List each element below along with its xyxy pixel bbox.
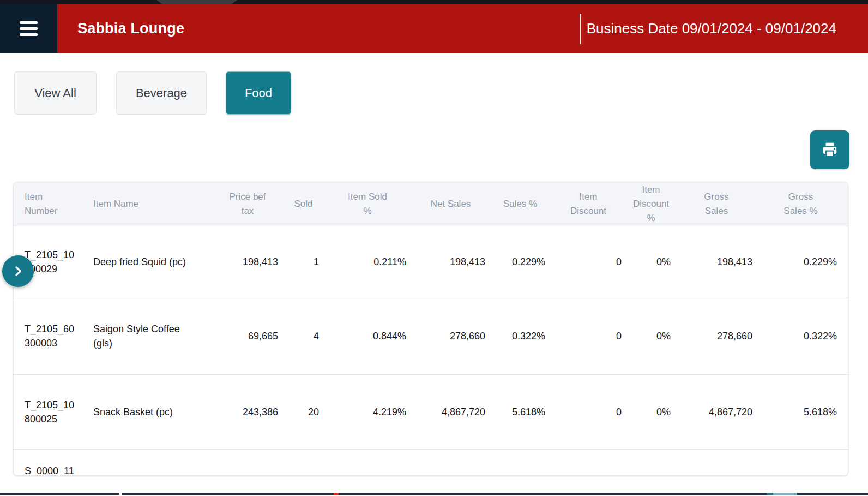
items-table-card: Item Number Item Name Price bef tax Sold… bbox=[13, 182, 848, 476]
column-header-net-sales[interactable]: Net Sales bbox=[415, 182, 494, 226]
cell-sales-pct: 0.229% bbox=[494, 226, 554, 298]
items-table: Item Number Item Name Price bef tax Sold… bbox=[14, 182, 848, 476]
cell-net-sales: 278,660 bbox=[415, 298, 494, 374]
cell-price-bef-tax: 69,665 bbox=[216, 298, 287, 374]
chevron-right-icon bbox=[11, 264, 25, 278]
cell-item-sold-pct: 4.219% bbox=[328, 374, 415, 449]
cell-item-sold-pct: 0.844% bbox=[328, 298, 415, 374]
cell-sales-pct: 0.322% bbox=[494, 298, 554, 374]
column-header-item-number[interactable]: Item Number bbox=[14, 182, 82, 226]
filter-beverage-button[interactable]: Beverage bbox=[116, 71, 207, 115]
column-header-item-sold-pct[interactable]: Item Sold % bbox=[328, 182, 415, 226]
cell-item-name bbox=[82, 449, 216, 476]
column-header-sales-pct[interactable]: Sales % bbox=[494, 182, 554, 226]
cell-item-discount-pct: 0% bbox=[630, 374, 679, 449]
cell-item-discount-pct: 0% bbox=[630, 298, 679, 374]
printer-icon bbox=[821, 141, 839, 159]
chart-peek-teal bbox=[767, 493, 797, 495]
cell-sold: 1 bbox=[287, 226, 328, 298]
cell-item-discount-pct: 0% bbox=[630, 226, 679, 298]
cell-item-number: T_2105_60 300003 bbox=[14, 298, 82, 374]
app-header: Sabbia Lounge Business Date 09/01/2024 -… bbox=[0, 4, 868, 53]
cell-sold: 20 bbox=[287, 374, 328, 449]
column-header-gross-sales[interactable]: Gross Sales bbox=[679, 182, 761, 226]
chart-peek-gap bbox=[119, 493, 122, 495]
column-header-price-bef-tax[interactable]: Price bef tax bbox=[216, 182, 287, 226]
expand-row-button[interactable] bbox=[2, 255, 34, 287]
print-button[interactable] bbox=[810, 130, 849, 169]
header-divider bbox=[580, 14, 581, 44]
business-date-label: Business Date 09/01/2024 - 09/01/2024 bbox=[587, 20, 836, 37]
table-row: T_2105_10 800029 Deep fried Squid (pc) 1… bbox=[14, 226, 848, 298]
cell-item-sold-pct: 0.211% bbox=[328, 226, 415, 298]
cell-sales-pct: 5.618% bbox=[494, 374, 554, 449]
window-top-strip bbox=[0, 0, 868, 4]
menu-button[interactable] bbox=[0, 4, 57, 53]
cell-gross-sales: 4,867,720 bbox=[679, 374, 761, 449]
column-header-gross-sales-pct[interactable]: Gross Sales % bbox=[761, 182, 848, 226]
column-header-item-name[interactable]: Item Name bbox=[82, 182, 216, 226]
cell-gross-sales: 198,413 bbox=[679, 226, 761, 298]
filter-view-all-button[interactable]: View All bbox=[14, 71, 97, 115]
cell-net-sales: 198,413 bbox=[415, 226, 494, 298]
cell-item-number: S_0000_11 bbox=[14, 449, 82, 476]
page-title: Sabbia Lounge bbox=[77, 20, 184, 37]
table-row: T_2105_60 300003 Saigon Style Coffee (gl… bbox=[14, 298, 848, 374]
table-row: T_2105_10 800025 Snack Basket (pc) 243,3… bbox=[14, 374, 848, 449]
column-header-item-discount-pct[interactable]: Item Discount % bbox=[630, 182, 679, 226]
cell-gross-sales: 278,660 bbox=[679, 298, 761, 374]
table-row-partial: S_0000_11 bbox=[14, 449, 848, 476]
cell-price-bef-tax: 243,386 bbox=[216, 374, 287, 449]
cell-net-sales: 4,867,720 bbox=[415, 374, 494, 449]
cell-item-discount: 0 bbox=[554, 298, 630, 374]
cell-gross-sales-pct: 5.618% bbox=[761, 374, 848, 449]
hamburger-icon bbox=[20, 21, 38, 36]
cell-item-name: Snack Basket (pc) bbox=[82, 374, 216, 449]
business-date-picker[interactable]: Business Date 09/01/2024 - 09/01/2024 bbox=[580, 14, 836, 44]
table-header-row: Item Number Item Name Price bef tax Sold… bbox=[14, 182, 848, 226]
cell-item-discount: 0 bbox=[554, 226, 630, 298]
window-tab-remnant bbox=[156, 0, 237, 4]
filter-food-button[interactable]: Food bbox=[226, 71, 291, 115]
cell-item-number: T_2105_10 800025 bbox=[14, 374, 82, 449]
cell-item-name: Saigon Style Coffee (gls) bbox=[82, 298, 216, 374]
chart-peek-red bbox=[334, 493, 339, 495]
cell-sold: 4 bbox=[287, 298, 328, 374]
cell-item-name: Deep fried Squid (pc) bbox=[82, 226, 216, 298]
chart-peek-strip bbox=[0, 493, 868, 495]
cell-price-bef-tax: 198,413 bbox=[216, 226, 287, 298]
cell-gross-sales-pct: 0.229% bbox=[761, 226, 848, 298]
column-header-item-discount[interactable]: Item Discount bbox=[554, 182, 630, 226]
cell-item-discount: 0 bbox=[554, 374, 630, 449]
cell-gross-sales-pct: 0.322% bbox=[761, 298, 848, 374]
column-header-sold[interactable]: Sold bbox=[287, 182, 328, 226]
filter-row: View All Beverage Food bbox=[14, 71, 291, 115]
header-bar: Sabbia Lounge Business Date 09/01/2024 -… bbox=[57, 4, 868, 53]
